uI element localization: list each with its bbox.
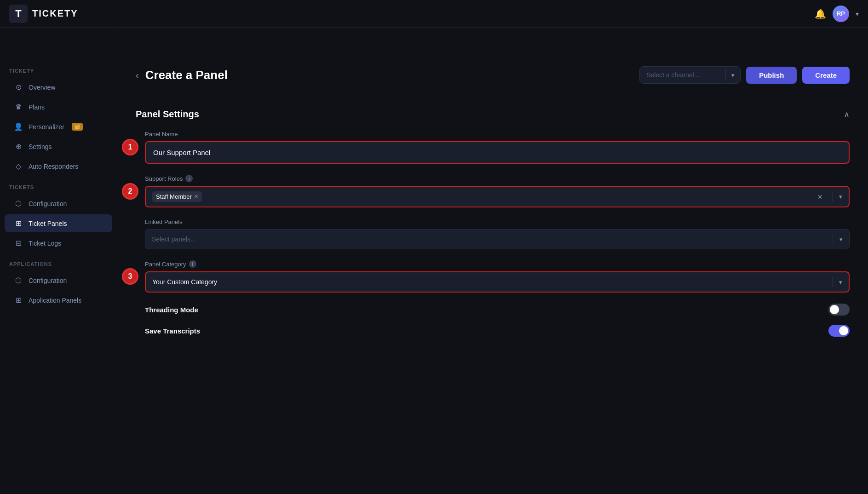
support-roles-group: 2 Support Roles i Staff Member ✕ ✕ bbox=[145, 175, 850, 207]
panel-name-group: 1 Panel Name bbox=[145, 131, 850, 164]
step-badge-3: 3 bbox=[122, 268, 138, 285]
section-header: Panel Settings ∧ bbox=[136, 109, 850, 120]
logo-area: T TICKETY bbox=[9, 5, 78, 23]
linked-panels-group: Linked Panels Select panels... ▾ bbox=[145, 218, 850, 249]
sidebar-label-ticket-panels: Ticket Panels bbox=[29, 220, 67, 227]
sidebar-label-ticket-logs: Ticket Logs bbox=[29, 240, 61, 247]
page-title: Create a Panel bbox=[145, 68, 228, 82]
sidebar-label-autoresponders: Auto Responders bbox=[29, 163, 78, 170]
channel-select-text: Select a channel... bbox=[640, 67, 725, 83]
sidebar-item-overview[interactable]: ⊙ Overview bbox=[5, 78, 112, 96]
avatar[interactable]: RP bbox=[833, 6, 849, 22]
sidebar-label-plans: Plans bbox=[29, 103, 45, 111]
step-badge-1: 1 bbox=[122, 139, 138, 155]
panel-name-input[interactable] bbox=[145, 141, 850, 164]
page-header-right: Select a channel... ▾ Publish Create bbox=[639, 66, 850, 84]
configuration-icon: ⬡ bbox=[14, 199, 23, 208]
panel-category-select[interactable]: Your Custom Category ▾ bbox=[145, 271, 850, 293]
create-button[interactable]: Create bbox=[802, 67, 850, 84]
app-name: TICKETY bbox=[32, 8, 78, 19]
step-badge-2: 2 bbox=[122, 183, 138, 200]
linked-panels-placeholder: Select panels... bbox=[152, 236, 196, 243]
section-title: Panel Settings bbox=[136, 109, 199, 120]
sidebar-section-tickets: TICKETS bbox=[0, 176, 117, 194]
main-content: ‹ Create a Panel Select a channel... ▾ P… bbox=[117, 28, 868, 494]
save-transcripts-label: Save Transcripts bbox=[145, 327, 200, 335]
save-transcripts-knob bbox=[839, 326, 848, 335]
app-panels-icon: ⊞ bbox=[14, 296, 23, 304]
panel-category-value: Your Custom Category bbox=[152, 278, 217, 286]
panel-category-divider bbox=[832, 277, 833, 287]
header-right: 🔔 RP ▾ bbox=[815, 6, 859, 22]
sidebar-item-plans[interactable]: ♛ Plans bbox=[5, 98, 112, 116]
linked-panels-divider bbox=[833, 234, 833, 244]
bell-icon[interactable]: 🔔 bbox=[815, 8, 826, 19]
staff-member-tag: Staff Member ✕ bbox=[152, 191, 202, 202]
sidebar-item-app-configuration[interactable]: ⬡ Configuration bbox=[5, 271, 112, 289]
sidebar-item-personalizer[interactable]: 👤 Personalizer 👑 bbox=[5, 118, 112, 136]
select-divider bbox=[832, 192, 833, 202]
sidebar-item-ticket-panels[interactable]: ⊞ Ticket Panels bbox=[5, 214, 112, 232]
sidebar-label-app-panels: Application Panels bbox=[29, 297, 81, 304]
overview-icon: ⊙ bbox=[14, 83, 23, 92]
select-chevron-icon[interactable]: ▾ bbox=[839, 193, 842, 200]
support-roles-info-icon[interactable]: i bbox=[185, 175, 193, 182]
linked-panels-chevron-icon[interactable]: ▾ bbox=[839, 236, 843, 243]
publish-button[interactable]: Publish bbox=[746, 67, 797, 84]
select-clear-icon[interactable]: ✕ bbox=[817, 193, 823, 201]
chevron-down-icon[interactable]: ▾ bbox=[856, 10, 859, 17]
linked-panels-label: Linked Panels bbox=[145, 218, 850, 225]
sidebar-item-autoresponders[interactable]: ◇ Auto Responders bbox=[5, 157, 112, 175]
ticket-panels-icon: ⊞ bbox=[14, 219, 23, 228]
channel-select[interactable]: Select a channel... ▾ bbox=[639, 66, 741, 84]
panel-category-info-icon[interactable]: i bbox=[189, 260, 196, 268]
threading-mode-label: Threading Mode bbox=[145, 306, 198, 314]
autoresponders-icon: ◇ bbox=[14, 162, 23, 171]
sidebar-item-app-panels[interactable]: ⊞ Application Panels bbox=[5, 291, 112, 309]
threading-mode-knob bbox=[830, 305, 839, 314]
crown-badge: 👑 bbox=[72, 123, 83, 131]
page-header: ‹ Create a Panel Select a channel... ▾ P… bbox=[117, 55, 868, 95]
top-header: T TICKETY 🔔 RP ▾ bbox=[0, 0, 868, 28]
back-button[interactable]: ‹ bbox=[136, 70, 139, 80]
sidebar-section-tickety: TICKETY bbox=[0, 60, 117, 77]
settings-icon: ⊕ bbox=[14, 142, 23, 151]
sidebar: TICKETY ⊙ Overview ♛ Plans 👤 Personalize… bbox=[0, 28, 117, 494]
panel-category-chevron-icon[interactable]: ▾ bbox=[839, 279, 842, 286]
save-transcripts-toggle[interactable] bbox=[828, 325, 850, 337]
threading-mode-toggle[interactable] bbox=[828, 304, 850, 316]
collapse-button[interactable]: ∧ bbox=[844, 109, 850, 120]
sidebar-label-configuration: Configuration bbox=[29, 200, 67, 207]
plans-icon: ♛ bbox=[14, 103, 23, 111]
sidebar-section-applications: APPLICATIONS bbox=[0, 253, 117, 270]
threading-mode-row: Threading Mode bbox=[145, 304, 850, 316]
page-header-left: ‹ Create a Panel bbox=[136, 68, 228, 82]
logo-icon: T bbox=[9, 5, 28, 23]
panel-category-label: Panel Category i bbox=[145, 260, 850, 268]
support-roles-label: Support Roles i bbox=[145, 175, 850, 182]
sidebar-label-settings: Settings bbox=[29, 143, 52, 150]
save-transcripts-row: Save Transcripts bbox=[145, 325, 850, 337]
channel-chevron-icon[interactable]: ▾ bbox=[726, 67, 740, 83]
app-configuration-icon: ⬡ bbox=[14, 276, 23, 285]
linked-panels-select[interactable]: Select panels... ▾ bbox=[145, 229, 850, 249]
sidebar-item-configuration[interactable]: ⬡ Configuration bbox=[5, 195, 112, 213]
sidebar-label-overview: Overview bbox=[29, 84, 55, 91]
form-fields: 1 Panel Name 2 Support Roles i bbox=[136, 131, 850, 337]
sidebar-item-ticket-logs[interactable]: ⊟ Ticket Logs bbox=[5, 234, 112, 252]
ticket-logs-icon: ⊟ bbox=[14, 239, 23, 247]
personalizer-icon: 👤 bbox=[14, 122, 23, 131]
panel-content: Panel Settings ∧ 1 Panel Name bbox=[117, 95, 868, 360]
sidebar-item-settings[interactable]: ⊕ Settings bbox=[5, 138, 112, 155]
sidebar-label-app-configuration: Configuration bbox=[29, 277, 67, 284]
panel-category-group: 3 Panel Category i Your Custom Category … bbox=[145, 260, 850, 293]
sidebar-label-personalizer: Personalizer bbox=[29, 123, 64, 131]
tag-close-icon[interactable]: ✕ bbox=[194, 194, 198, 200]
support-roles-select[interactable]: Staff Member ✕ ✕ ▾ bbox=[145, 186, 850, 207]
panel-name-label: Panel Name bbox=[145, 131, 850, 138]
